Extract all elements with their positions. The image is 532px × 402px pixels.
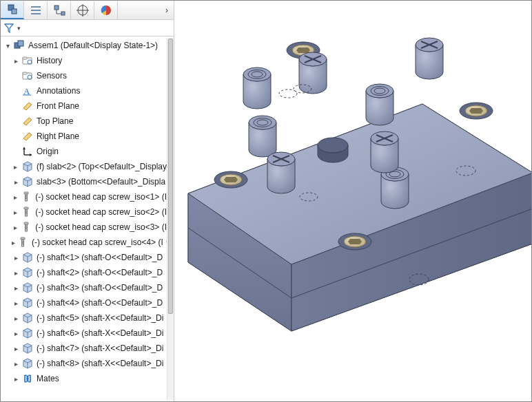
shaft-1 <box>243 67 271 109</box>
tree-item[interactable]: ▸(-) shaft<6> (shaft-X<<Default>_Di <box>2 326 167 341</box>
tree-item[interactable]: ▸(-) shaft<4> (shaft-O<<Default>_D <box>2 295 167 310</box>
screw-icon <box>20 206 32 218</box>
svg-marker-25 <box>23 133 32 140</box>
tree-item[interactable]: ▸(-) socket head cap screw_iso<4> (Ii <box>2 235 167 250</box>
shaft-2 <box>366 84 393 125</box>
svg-rect-4 <box>31 13 41 14</box>
tree-item[interactable]: ▸(-) shaft<3> (shaft-O<<Default>_D <box>2 280 167 295</box>
funnel-icon[interactable] <box>3 23 14 34</box>
appearance-icon <box>100 4 112 17</box>
tree-item-label: Sensors <box>37 71 67 81</box>
tree-item[interactable]: ▸Origin <box>2 144 167 159</box>
expand-toggle[interactable]: ▸ <box>12 315 20 322</box>
tree-item[interactable]: ▸History <box>2 53 167 68</box>
expand-toggle[interactable]: ▸ <box>12 269 20 277</box>
tree-item-label: slab<3> (Bottom<<Default>_Displa <box>37 177 165 187</box>
svg-marker-106 <box>224 177 238 182</box>
tree-item[interactable]: ▸Front Plane <box>2 98 167 114</box>
tree-item[interactable]: ▸Sensors <box>2 68 167 83</box>
svg-marker-29 <box>30 154 32 156</box>
expand-toggle[interactable]: ▸ <box>12 254 20 262</box>
tree-item-label: Origin <box>37 147 59 156</box>
tree-item[interactable]: ▸(f) slab<2> (Top<<Default>_Display <box>2 159 167 174</box>
property-manager-tab[interactable] <box>24 1 48 19</box>
part-icon <box>21 357 34 370</box>
configuration-manager-tab[interactable] <box>48 1 71 19</box>
folder-sensors-icon <box>21 70 34 82</box>
svg-point-136 <box>279 89 297 98</box>
tree-item[interactable]: ▸Right Plane <box>2 129 167 144</box>
toolbar-overflow-button[interactable]: › <box>160 6 174 15</box>
tree-scrollbar[interactable] <box>167 38 174 400</box>
model-render <box>174 1 531 401</box>
scrollbar-thumb[interactable] <box>168 39 173 314</box>
cube-tree-icon <box>6 3 19 16</box>
tree-item[interactable]: ▸(-) shaft<2> (shaft-O<<Default>_D <box>2 265 167 280</box>
tree-item-label: Front Plane <box>37 101 79 111</box>
expand-toggle[interactable]: ▸ <box>12 209 19 216</box>
expand-toggle[interactable]: ▸ <box>12 57 20 65</box>
part-icon <box>21 327 34 339</box>
svg-rect-1 <box>12 9 17 14</box>
expand-toggle[interactable]: ▸ <box>12 178 20 186</box>
tree-item-label: (-) shaft<2> (shaft-O<<Default>_D <box>37 268 163 277</box>
shaft-3 <box>249 116 276 157</box>
tree-root-assembly[interactable]: ▾ Assem1 (Default<Display State-1>) <box>2 38 167 53</box>
svg-marker-109 <box>348 239 362 244</box>
tree-item-label: (-) shaft<8> (shaft-X<<Default>_Di <box>37 359 163 368</box>
tree-item-label: (-) shaft<5> (shaft-X<<Default>_Di <box>37 313 163 323</box>
expand-toggle[interactable]: ▸ <box>12 284 20 292</box>
feature-manager-tab[interactable] <box>1 1 24 19</box>
svg-rect-8 <box>61 12 65 15</box>
tree-item[interactable]: ▸(-) shaft<1> (shaft-O<<Default>_D <box>2 250 167 265</box>
part-icon <box>21 160 34 173</box>
tree-item-label: History <box>37 56 62 65</box>
manager-tab-toolbar: › <box>1 1 174 20</box>
tree-item[interactable]: ▸(-) socket head cap screw_iso<1> (I <box>2 189 167 204</box>
tree-filter-bar: ▾ <box>1 20 174 36</box>
filter-dropdown-button[interactable]: ▾ <box>17 25 21 32</box>
feature-tree[interactable]: ▾ Assem1 (Default<Display State-1>) ▸His… <box>1 36 174 401</box>
expand-toggle[interactable]: ▸ <box>12 330 20 337</box>
screw-icon <box>20 191 32 203</box>
svg-marker-103 <box>469 108 483 114</box>
svg-marker-24 <box>23 118 32 125</box>
expand-toggle[interactable]: ▸ <box>12 360 20 368</box>
svg-marker-28 <box>23 147 25 149</box>
expand-toggle[interactable]: ▸ <box>12 239 15 246</box>
svg-rect-14 <box>18 41 23 46</box>
svg-rect-2 <box>31 6 41 8</box>
tree-item-label: (-) shaft<7> (shaft-X<<Default>_Di <box>37 343 163 353</box>
expand-toggle[interactable]: ▸ <box>12 299 20 307</box>
plane-icon <box>21 130 34 142</box>
tree-item[interactable]: ▸(-) shaft<8> (shaft-X<<Default>_Di <box>2 356 167 371</box>
tree-item[interactable]: ▸(-) shaft<5> (shaft-X<<Default>_Di <box>2 310 167 326</box>
plane-icon <box>21 115 34 127</box>
assembly-icon <box>13 39 25 52</box>
shaft-8 <box>267 152 295 193</box>
expand-toggle[interactable]: ▸ <box>12 224 19 231</box>
tree-item[interactable]: ▸Mates <box>2 371 167 386</box>
tree-item[interactable]: ▸(-) shaft<7> (shaft-X<<Default>_Di <box>2 341 167 356</box>
dimxpert-manager-tab[interactable] <box>71 1 94 19</box>
tree-item-label: Top Plane <box>37 116 73 126</box>
app-root: › ▾ ▾ Assem1 (Default<Display State-1>) <box>0 0 532 402</box>
socket-screw-2 <box>460 103 493 119</box>
expand-toggle[interactable]: ▸ <box>12 193 19 201</box>
tree-item-label: Mates <box>37 374 59 383</box>
expand-toggle[interactable]: ▸ <box>12 163 20 171</box>
expand-toggle[interactable]: ▸ <box>12 345 20 352</box>
part-icon <box>21 176 34 188</box>
tree-item[interactable]: ▸(-) socket head cap screw_iso<3> (I <box>2 220 167 235</box>
expand-toggle[interactable]: ▾ <box>3 42 12 50</box>
expand-toggle[interactable]: ▸ <box>12 375 20 383</box>
tree-item[interactable]: ▸slab<3> (Bottom<<Default>_Displa <box>2 174 167 189</box>
part-icon <box>21 342 34 355</box>
target-icon <box>76 4 89 17</box>
tree-item-label: (-) shaft<6> (shaft-X<<Default>_Di <box>37 328 163 338</box>
tree-item[interactable]: ▸AAnnotations <box>2 83 167 98</box>
tree-item[interactable]: ▸(-) socket head cap screw_iso<2> (I <box>2 204 167 220</box>
graphics-viewport[interactable] <box>174 1 531 401</box>
tree-item[interactable]: ▸Top Plane <box>2 114 167 129</box>
display-manager-tab[interactable] <box>94 1 118 19</box>
